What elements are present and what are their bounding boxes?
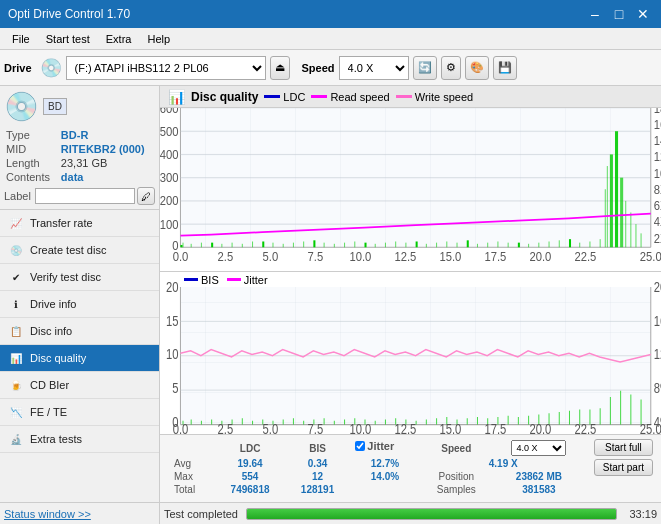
save-button[interactable]: 💾 (493, 56, 517, 80)
start-full-button[interactable]: Start full (594, 439, 653, 456)
svg-text:8X: 8X (654, 182, 661, 197)
nav-transfer-rate[interactable]: 📈 Transfer rate (0, 210, 159, 237)
contents-value: data (61, 171, 153, 183)
color-button[interactable]: 🎨 (465, 56, 489, 80)
svg-rect-55 (600, 239, 601, 247)
svg-rect-48 (508, 243, 509, 248)
svg-rect-108 (283, 419, 284, 424)
status-window-button[interactable]: Status window >> (4, 508, 91, 520)
close-button[interactable]: ✕ (633, 4, 653, 24)
action-buttons: Start full Start part (594, 439, 653, 476)
nav-verify-test-disc[interactable]: ✔ Verify test disc (0, 264, 159, 291)
speed-select[interactable]: 4.0 X (339, 56, 409, 80)
progress-bar-container (246, 508, 617, 520)
svg-text:300: 300 (160, 171, 179, 186)
svg-rect-50 (538, 243, 539, 248)
nav-disc-info[interactable]: 📋 Disc info (0, 318, 159, 345)
maximize-button[interactable]: □ (609, 4, 629, 24)
svg-rect-35 (344, 243, 345, 248)
jitter-checkbox[interactable] (355, 441, 365, 451)
start-part-button[interactable]: Start part (594, 459, 653, 476)
menu-help[interactable]: Help (139, 31, 178, 47)
svg-rect-118 (385, 419, 386, 424)
nav-buttons: 📈 Transfer rate 💿 Create test disc ✔ Ver… (0, 210, 159, 453)
settings-button[interactable]: ⚙ (441, 56, 461, 80)
svg-text:6X: 6X (654, 198, 661, 213)
svg-text:7.5: 7.5 (308, 422, 324, 434)
label-input[interactable] (35, 188, 135, 204)
svg-rect-44 (457, 243, 458, 248)
col-header-ldc: LDC (214, 439, 285, 457)
nav-drive-info[interactable]: ℹ Drive info (0, 291, 159, 318)
svg-rect-30 (283, 244, 284, 247)
svg-rect-42 (436, 243, 437, 248)
chart-icon: 📊 (168, 89, 185, 105)
svg-rect-117 (375, 420, 376, 424)
total-label: Total (168, 483, 214, 496)
transfer-rate-icon: 📈 (8, 215, 24, 231)
extra-tests-icon: 🔬 (8, 431, 24, 447)
total-row: Total 7496818 128191 Samples 381583 (168, 483, 586, 496)
svg-rect-109 (293, 418, 294, 424)
refresh-button[interactable]: 🔄 (413, 56, 437, 80)
title-bar: Opti Drive Control 1.70 – □ ✕ (0, 0, 661, 28)
nav-extra-tests[interactable]: 🔬 Extra tests (0, 426, 159, 453)
svg-rect-31 (293, 243, 294, 248)
svg-text:17.5: 17.5 (484, 250, 506, 265)
read-speed-legend-color (311, 95, 327, 98)
svg-text:15: 15 (166, 313, 179, 328)
label-label: Label (4, 190, 31, 202)
avg-ldc: 19.64 (214, 457, 285, 470)
disc-type-row: Type BD-R (6, 129, 153, 141)
svg-text:14X: 14X (654, 133, 661, 148)
disc-quality-icon: 📊 (8, 350, 24, 366)
menu-extra[interactable]: Extra (98, 31, 140, 47)
svg-rect-61 (641, 233, 642, 247)
bottom-panel: LDC BIS Jitter Speed 4.0 X (160, 434, 661, 502)
minimize-button[interactable]: – (585, 4, 605, 24)
svg-text:10: 10 (166, 347, 179, 362)
menu-start-test[interactable]: Start test (38, 31, 98, 47)
svg-text:200: 200 (160, 194, 179, 209)
label-row: Label 🖊 (4, 187, 155, 205)
nav-create-test-disc[interactable]: 💿 Create test disc (0, 237, 159, 264)
drive-select[interactable]: (F:) ATAPI iHBS112 2 PL06 (66, 56, 266, 80)
bottom-chart-svg: 20 15 10 5 0 20% 16% 12% 8% 4% 0.0 2.5 (160, 272, 661, 435)
disc-type-icon: 💿 (4, 90, 39, 123)
svg-rect-43 (446, 241, 447, 247)
label-apply-button[interactable]: 🖊 (137, 187, 155, 205)
svg-rect-143 (641, 399, 642, 424)
eject-button[interactable]: ⏏ (270, 56, 290, 80)
max-bis: 12 (286, 470, 350, 483)
speed-select2[interactable]: 4.0 X (511, 440, 566, 456)
svg-rect-18 (569, 239, 571, 247)
svg-rect-140 (610, 397, 611, 425)
sidebar: 💿 BD Type BD-R MID RITEKBR2 (000) Length… (0, 86, 160, 502)
svg-text:16%: 16% (654, 313, 661, 328)
svg-text:5.0: 5.0 (263, 422, 279, 434)
svg-rect-23 (191, 244, 192, 247)
drive-icon: 💿 (40, 57, 62, 79)
svg-rect-130 (508, 415, 509, 424)
svg-rect-15 (416, 241, 418, 247)
svg-rect-135 (559, 412, 560, 425)
disc-contents-row: Contents data (6, 171, 153, 183)
svg-rect-37 (375, 244, 376, 247)
top-chart-svg: 600 500 400 300 200 100 0 18X 16X 14X 12… (160, 108, 661, 271)
disc-badge: BD (43, 98, 67, 115)
nav-fe-te[interactable]: 📉 FE / TE (0, 399, 159, 426)
contents-label: Contents (6, 171, 59, 183)
menu-file[interactable]: File (4, 31, 38, 47)
svg-rect-110 (303, 420, 304, 424)
col-header-speed-select: 4.0 X (492, 439, 586, 457)
svg-text:0.0: 0.0 (173, 422, 189, 434)
mid-value: RITEKBR2 (000) (61, 143, 153, 155)
nav-disc-quality[interactable]: 📊 Disc quality (0, 345, 159, 372)
svg-text:20: 20 (166, 279, 179, 294)
svg-rect-114 (344, 419, 345, 424)
svg-text:12.5: 12.5 (394, 422, 416, 434)
svg-text:20.0: 20.0 (529, 422, 551, 434)
samples-value: 381583 (492, 483, 586, 496)
svg-rect-29 (272, 243, 273, 248)
nav-cd-bier[interactable]: 🍺 CD BIer (0, 372, 159, 399)
